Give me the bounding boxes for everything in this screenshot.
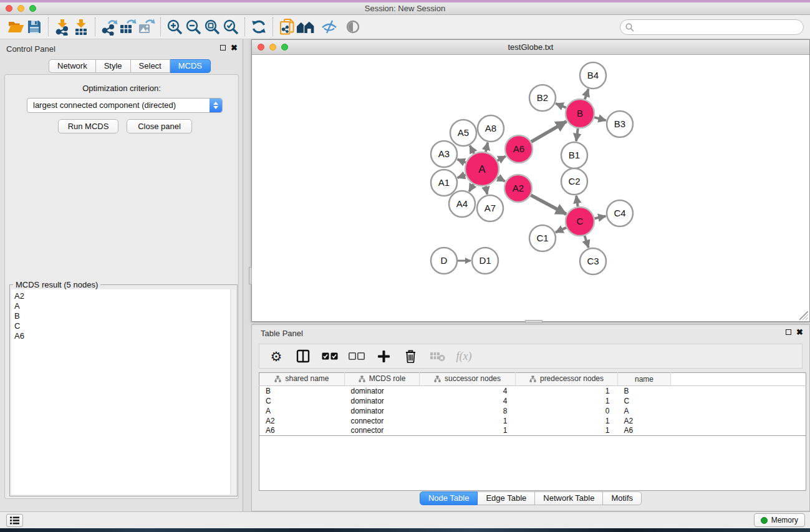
zoom-out-icon[interactable] xyxy=(184,17,203,37)
column-header[interactable]: MCDS role xyxy=(345,373,420,386)
mcds-result-item[interactable]: A6 xyxy=(11,331,236,341)
tab-edge-table[interactable]: Edge Table xyxy=(478,491,535,505)
zoom-in-icon[interactable] xyxy=(165,17,184,37)
table-cell[interactable]: C xyxy=(259,396,345,406)
show-graphics-eye-icon[interactable] xyxy=(344,17,362,37)
table-cell[interactable]: A2 xyxy=(618,416,671,426)
close-table-panel-icon[interactable]: ✖ xyxy=(796,329,803,336)
refresh-icon[interactable] xyxy=(249,17,268,37)
hide-graphics-eye-slash-icon[interactable] xyxy=(320,17,339,37)
node-C1[interactable]: C1 xyxy=(529,225,556,251)
table-cell[interactable]: 1 xyxy=(420,416,516,426)
network-window-titlebar[interactable]: testGlobe.txt xyxy=(252,40,809,55)
home-layouts-icon[interactable] xyxy=(296,17,315,37)
node-B3[interactable]: B3 xyxy=(607,111,633,137)
tab-style[interactable]: Style xyxy=(96,59,131,73)
node-C2[interactable]: C2 xyxy=(561,168,587,195)
column-header[interactable]: successor nodes xyxy=(420,373,516,386)
split-columns-icon[interactable] xyxy=(292,347,314,365)
export-network-icon[interactable] xyxy=(100,17,118,37)
table-cell[interactable]: connector xyxy=(345,416,420,426)
edge-A-A7[interactable] xyxy=(486,186,488,194)
edge-C-C1[interactable] xyxy=(556,228,566,233)
open-folder-icon[interactable] xyxy=(6,17,25,37)
edge-B-B2[interactable] xyxy=(556,104,566,108)
save-floppy-icon[interactable] xyxy=(25,17,44,37)
node-A6[interactable]: A6 xyxy=(505,135,533,163)
tab-network-table[interactable]: Network Table xyxy=(535,491,603,505)
show-panels-list-icon[interactable] xyxy=(6,514,23,527)
mcds-result-item[interactable]: A xyxy=(11,301,236,311)
tab-select[interactable]: Select xyxy=(131,59,170,73)
table-cell[interactable]: 1 xyxy=(420,426,516,436)
table-cell[interactable]: C xyxy=(618,396,671,406)
table-row[interactable]: A6connector11A6 xyxy=(259,426,806,436)
edge-B-B3[interactable] xyxy=(594,117,606,120)
table-cell[interactable]: A6 xyxy=(259,426,345,436)
node-A7[interactable]: A7 xyxy=(477,195,503,221)
table-cell[interactable]: 1 xyxy=(516,426,618,436)
node-C[interactable]: C xyxy=(566,207,594,236)
edge-A-A4[interactable] xyxy=(469,184,473,191)
delete-column-trash-icon[interactable] xyxy=(400,347,421,365)
import-table-icon[interactable] xyxy=(72,17,90,37)
close-panel-icon[interactable]: ✖ xyxy=(231,44,238,51)
zoom-selected-icon[interactable] xyxy=(221,17,240,37)
edge-A-A1[interactable] xyxy=(458,175,466,178)
edge-A-A8[interactable] xyxy=(486,142,488,152)
table-cell[interactable]: B xyxy=(259,386,345,396)
gear-icon[interactable]: ⚙ xyxy=(266,347,287,365)
add-column-icon[interactable] xyxy=(373,347,394,365)
edge-B-B4[interactable] xyxy=(585,89,589,100)
node-A[interactable]: A xyxy=(465,152,499,186)
column-header[interactable]: predecessor nodes xyxy=(516,373,618,386)
tab-motifs[interactable]: Motifs xyxy=(603,491,642,505)
search-field[interactable] xyxy=(620,19,804,35)
float-panel-icon[interactable] xyxy=(220,45,226,51)
import-network-icon[interactable] xyxy=(53,17,72,37)
tab-mcds[interactable]: MCDS xyxy=(170,59,211,73)
column-header[interactable]: name xyxy=(618,373,671,386)
table-cell[interactable]: A xyxy=(259,406,345,416)
table-row[interactable]: A2connector11A2 xyxy=(259,416,806,426)
export-image-icon[interactable] xyxy=(137,17,156,37)
deselect-all-icon[interactable] xyxy=(346,347,367,365)
split-divider-handle-vertical[interactable] xyxy=(249,267,252,284)
node-D1[interactable]: D1 xyxy=(472,248,498,274)
node-B[interactable]: B xyxy=(566,99,594,128)
mcds-result-item[interactable]: B xyxy=(11,311,236,321)
memory-button[interactable]: Memory xyxy=(754,513,805,527)
table-cell[interactable]: dominator xyxy=(345,406,420,416)
edge-C-C3[interactable] xyxy=(584,236,588,248)
node-A4[interactable]: A4 xyxy=(449,191,475,217)
table-row[interactable]: Adominator80A xyxy=(259,406,806,416)
close-panel-button[interactable]: Close panel xyxy=(127,119,192,133)
edge-C-C4[interactable] xyxy=(595,216,606,219)
node-B4[interactable]: B4 xyxy=(580,62,606,89)
split-divider-handle-horizontal[interactable] xyxy=(525,320,542,323)
mcds-result-item[interactable]: C xyxy=(11,321,236,331)
column-header[interactable]: shared name xyxy=(259,373,345,386)
table-cell[interactable]: B xyxy=(618,386,671,396)
edge-A-A6[interactable] xyxy=(498,156,506,160)
node-A5[interactable]: A5 xyxy=(450,120,476,146)
float-table-panel-icon[interactable] xyxy=(786,329,791,335)
node-A3[interactable]: A3 xyxy=(431,141,457,167)
edge-A-A3[interactable] xyxy=(457,159,466,162)
table-cell[interactable]: A xyxy=(618,406,671,416)
table-cell[interactable]: 0 xyxy=(516,406,618,416)
edge-A-A5[interactable] xyxy=(470,145,475,153)
tab-network[interactable]: Network xyxy=(49,59,96,73)
table-cell[interactable]: 4 xyxy=(420,396,516,406)
table-cell[interactable]: 1 xyxy=(516,396,618,406)
tab-node-table[interactable]: Node Table xyxy=(420,491,478,505)
edge-B-B1[interactable] xyxy=(576,128,578,141)
window-resize-grip[interactable] xyxy=(799,311,808,320)
node-C3[interactable]: C3 xyxy=(580,248,606,274)
table-row[interactable]: Bdominator41B xyxy=(259,386,806,396)
table-cell[interactable]: 8 xyxy=(420,406,516,416)
table-cell[interactable]: 1 xyxy=(516,386,618,396)
edge-A-A2[interactable] xyxy=(498,177,505,181)
node-D[interactable]: D xyxy=(431,248,457,274)
export-table-icon[interactable] xyxy=(118,17,137,37)
